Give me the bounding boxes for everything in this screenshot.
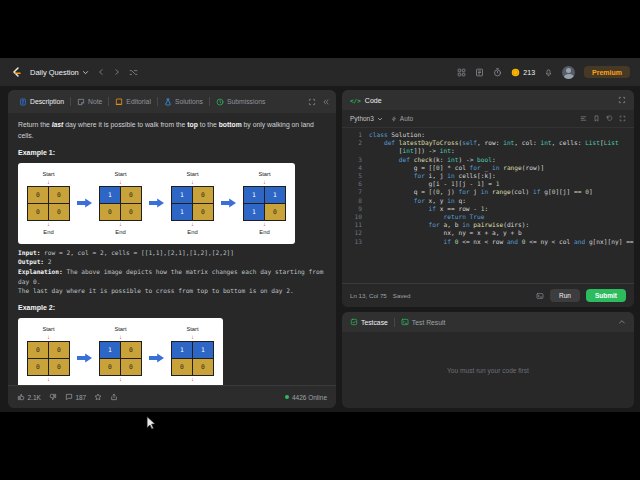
day-matrix: Start↓1110↓End	[243, 170, 286, 237]
matrix-cell: 0	[193, 359, 213, 375]
problem-content[interactable]: Return the last day where it is possible…	[8, 113, 336, 386]
leetcode-logo[interactable]	[10, 66, 22, 78]
explanation-text: The last day where it is possible to cro…	[18, 287, 294, 294]
code-text: g = [[0] * col for _ in range(row)]	[369, 164, 544, 172]
tab-description[interactable]: Description	[14, 98, 69, 106]
daily-question-menu[interactable]: Daily Question	[30, 68, 89, 77]
code-line: 1class Solution:	[342, 131, 634, 139]
matrix-cell: 0	[49, 359, 69, 375]
timer-icon[interactable]	[493, 68, 502, 77]
example1-title: Example 1:	[18, 148, 326, 159]
coin-icon	[511, 68, 520, 77]
maximize-icon[interactable]	[618, 96, 626, 104]
chevron-down-icon	[82, 69, 89, 76]
notebook-icon[interactable]	[475, 68, 484, 77]
matrix-grid: 1000	[99, 186, 142, 221]
matrix-grid: 1000	[99, 341, 142, 376]
bell-icon[interactable]	[544, 68, 553, 77]
example1-figure: Start↓0000↓EndStart↓1000↓EndStart↓1010↓E…	[18, 163, 295, 244]
path-arrow-icon: ↓	[191, 222, 194, 227]
tab-separator	[108, 97, 109, 106]
code-line: 13 if 0 <= nx < row and 0 <= ny < col an…	[342, 238, 634, 246]
matrix-cell: 1	[100, 342, 120, 358]
code-text: return True	[369, 213, 485, 221]
code-text: q = [(0, j) for j in range(col) if g[0][…	[369, 188, 593, 196]
figure-label: Start	[186, 170, 198, 179]
prev-question-icon[interactable]	[97, 68, 105, 76]
tab-label: Testcase	[361, 319, 388, 326]
format-code-icon[interactable]	[580, 115, 587, 122]
code-line: 10 return True	[342, 213, 634, 221]
code-text: for a, b in pairwise(dirs):	[369, 221, 529, 229]
next-question-icon[interactable]	[113, 68, 121, 76]
share-button[interactable]	[110, 393, 118, 401]
submit-button[interactable]: Submit	[586, 289, 626, 302]
like-count: 2.1K	[28, 394, 41, 401]
code-panel: </> Code Python3 Auto	[342, 90, 634, 307]
comments-button[interactable]: 187	[65, 393, 86, 401]
matrix-grid: 1100	[171, 341, 214, 376]
auto-toggle[interactable]: Auto	[391, 115, 413, 122]
code-line: [int]]) -> int:	[342, 147, 634, 155]
layout-grid-icon[interactable]	[457, 68, 466, 77]
matrix-cell: 0	[28, 342, 48, 358]
flask-icon	[164, 98, 172, 106]
path-arrow-icon: ↓	[119, 222, 122, 227]
expand-panel-icon[interactable]	[308, 98, 316, 106]
coin-balance[interactable]: 213	[511, 68, 535, 77]
code-line: 8 for x, y in q:	[342, 197, 634, 205]
explanation-text: The above image depicts how the matrix c…	[18, 268, 327, 285]
tab-separator	[209, 97, 210, 106]
path-arrow-icon: ↓	[47, 335, 50, 340]
tab-test-result[interactable]: Test Result	[401, 318, 446, 326]
input-label: Input:	[18, 249, 40, 256]
code-editor[interactable]: 1class Solution:2 def latestDayToCross(s…	[342, 128, 634, 268]
tab-editorial[interactable]: Editorial	[110, 98, 156, 106]
shuffle-icon[interactable]	[129, 68, 138, 77]
video-frame: Daily Question 213 Premium	[0, 0, 640, 480]
tab-testcase[interactable]: Testcase	[350, 318, 388, 326]
run-button[interactable]: Run	[550, 289, 580, 302]
avatar[interactable]	[562, 66, 575, 79]
tab-label: Description	[30, 98, 64, 105]
matrix-cell: 0	[100, 204, 120, 220]
favorite-button[interactable]	[94, 393, 102, 401]
matrix-grid: 1010	[171, 186, 214, 221]
path-arrow-icon: ↓	[191, 377, 194, 382]
dislike-button[interactable]	[49, 393, 57, 401]
tab-submissions[interactable]: Submissions	[211, 98, 271, 106]
reset-code-icon[interactable]	[606, 115, 613, 122]
editor-toolbar: Python3 Auto	[342, 110, 634, 128]
online-indicator: 4426 Online	[285, 394, 327, 401]
matrix-cell: 0	[193, 187, 213, 203]
path-arrow-icon: ↓	[119, 335, 122, 340]
progression-arrow-icon	[77, 353, 92, 363]
path-arrow-icon: ↓	[119, 180, 122, 185]
tab-solutions[interactable]: Solutions	[159, 98, 208, 106]
code-line: 9 if x == row - 1:	[342, 205, 634, 213]
chevron-up-icon[interactable]	[618, 318, 626, 326]
line-number: 11	[342, 221, 369, 229]
console-icon[interactable]	[536, 292, 544, 300]
language-selector[interactable]: Python3	[350, 115, 383, 122]
matrix-cell: 1	[265, 187, 285, 203]
path-arrow-icon: ↓	[47, 377, 50, 382]
cursor-position: Ln 13, Col 75	[350, 292, 387, 299]
problem-statement: Return the last day where it is possible…	[18, 120, 326, 141]
matrix-cell: 0	[28, 359, 48, 375]
fullscreen-icon[interactable]	[619, 115, 626, 122]
line-number: 9	[342, 205, 369, 213]
collapse-panel-icon[interactable]	[322, 98, 330, 106]
code-text: [int]]) -> int:	[369, 147, 455, 155]
line-number: 8	[342, 197, 369, 205]
code-text: for i, j in cells[:k]:	[369, 172, 496, 180]
bookmark-icon[interactable]	[593, 115, 600, 122]
premium-button[interactable]: Premium	[584, 66, 630, 78]
code-line: 4 g = [[0] * col for _ in range(row)]	[342, 164, 634, 172]
tab-note[interactable]: Note	[72, 98, 107, 106]
problem-footer: 2.1K 187 4426 Online	[8, 385, 336, 408]
line-number: 10	[342, 213, 369, 221]
daily-question-label: Daily Question	[30, 68, 79, 77]
problem-tabbar: Description Note Editorial Solutions	[8, 90, 336, 113]
like-button[interactable]: 2.1K	[17, 393, 41, 401]
